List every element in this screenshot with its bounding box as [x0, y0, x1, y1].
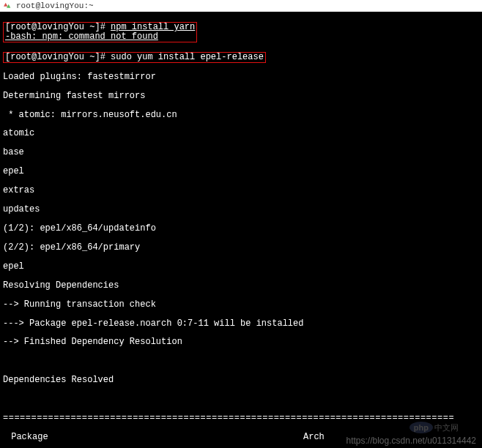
output-line: Dependencies Resolved	[3, 376, 479, 385]
output-line	[3, 395, 479, 404]
output-line: atomic	[3, 129, 479, 138]
output-line: Resolving Dependencies	[3, 281, 479, 291]
output-line	[3, 356, 479, 366]
window-titlebar: root@lovingYou:~	[0, 0, 482, 12]
output-line: ---> Package epel-release.noarch 0:7-11 …	[3, 319, 479, 329]
csdn-watermark: https://blog.csdn.net/u011314442	[346, 436, 476, 446]
output-line: --> Finished Dependency Resolution	[3, 337, 479, 347]
window-title: root@lovingYou:~	[16, 1, 94, 10]
highlight-box-1: [root@lovingYou ~]# npm install yarn -ba…	[3, 22, 197, 42]
highlight-box-2: [root@lovingYou ~]# sudo yum install epe…	[3, 52, 266, 63]
php-watermark: php中文网	[409, 422, 459, 433]
terminal-app-icon	[4, 2, 13, 10]
divider: ========================================…	[3, 414, 479, 423]
output-line: epel	[3, 167, 479, 176]
terminal-output: [root@lovingYou ~]# npm install yarn -ba…	[0, 12, 482, 448]
output-line: (2/2): epel/x86_64/primary	[3, 243, 479, 253]
output-line: extras	[3, 186, 479, 195]
column-package: Package	[3, 433, 303, 442]
output-line: epel	[3, 262, 479, 272]
output-line: base	[3, 148, 479, 157]
output-line: * atomic: mirrors.neusoft.edu.cn	[3, 111, 479, 120]
output-line: updates	[3, 205, 479, 214]
output-line: Determining fastest mirrors	[3, 92, 479, 101]
output-line: (1/2): epel/x86_64/updateinfo	[3, 224, 479, 234]
output-line: --> Running transaction check	[3, 300, 479, 310]
output-line: Loaded plugins: fastestmirror	[3, 72, 479, 82]
